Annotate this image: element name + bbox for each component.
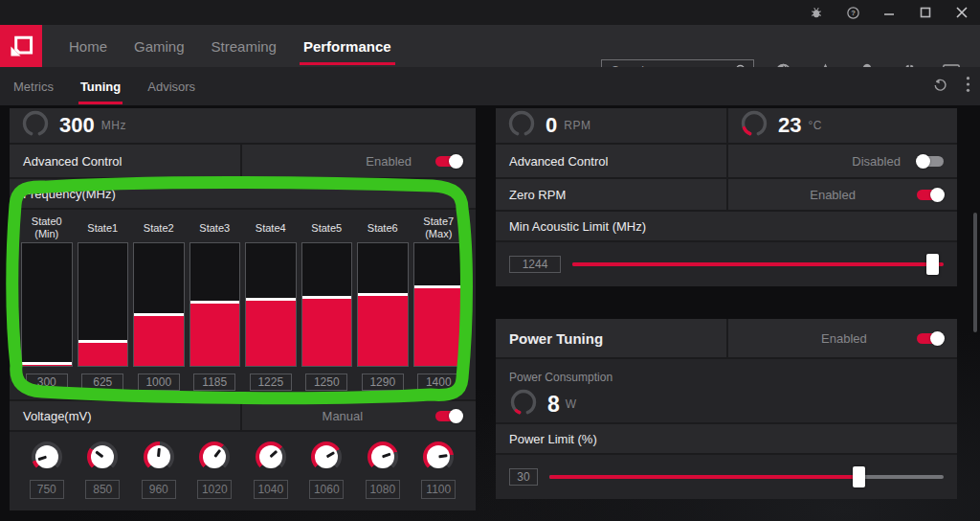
voltage-knob[interactable] bbox=[32, 442, 62, 472]
fan-advanced-control-toggle[interactable] bbox=[917, 156, 944, 167]
gpu-frequency-unit: MHz bbox=[101, 119, 126, 132]
main-navbar: Home Gaming Streaming Performance bbox=[0, 25, 980, 67]
frequency-title: Frequency(MHz) bbox=[10, 187, 116, 201]
frequency-state-value[interactable]: 1225 bbox=[250, 374, 292, 391]
power-tuning-card: Power Tuning Enabled Power Consumption 8… bbox=[496, 319, 957, 499]
voltage-knob[interactable] bbox=[423, 442, 454, 472]
power-limit-slider[interactable] bbox=[549, 475, 944, 479]
voltage-value[interactable]: 1080 bbox=[366, 480, 400, 499]
fan-advanced-control-row: Advanced Control Disabled bbox=[496, 145, 957, 179]
voltage-knob-group: 850 bbox=[78, 442, 129, 499]
reset-icon[interactable] bbox=[932, 77, 948, 97]
frequency-bar-handle[interactable] bbox=[78, 340, 128, 343]
voltage-value[interactable]: 850 bbox=[85, 480, 120, 499]
voltage-knob[interactable] bbox=[256, 442, 286, 472]
voltage-knob[interactable] bbox=[87, 442, 118, 472]
frequency-state-label: State2 bbox=[144, 214, 174, 242]
scrollbar-thumb[interactable] bbox=[973, 213, 977, 332]
frequency-state-bar[interactable] bbox=[133, 242, 185, 367]
bug-report-icon[interactable] bbox=[798, 0, 835, 25]
minimize-button[interactable] bbox=[871, 0, 907, 25]
power-limit-slider-row: 30 bbox=[496, 455, 957, 499]
voltage-value[interactable]: 1020 bbox=[197, 480, 232, 499]
power-consumption-unit: W bbox=[566, 397, 576, 411]
tab-gaming[interactable]: Gaming bbox=[121, 25, 198, 67]
frequency-state-column: State31185 bbox=[189, 214, 241, 391]
advanced-control-toggle[interactable] bbox=[435, 156, 462, 167]
zero-rpm-toggle[interactable] bbox=[917, 190, 944, 200]
frequency-state-value[interactable]: 625 bbox=[81, 374, 123, 391]
tab-performance[interactable]: Performance bbox=[290, 25, 405, 67]
frequency-state-bar[interactable] bbox=[21, 242, 73, 367]
tab-tuning[interactable]: Tuning bbox=[67, 67, 134, 105]
frequency-bar-handle[interactable] bbox=[302, 296, 352, 299]
gpu-advanced-control-row: Advanced Control Enabled bbox=[10, 145, 476, 179]
power-limit-slider-thumb[interactable] bbox=[853, 466, 865, 487]
voltage-knob[interactable] bbox=[144, 442, 174, 472]
voltage-knob-group: 1080 bbox=[357, 442, 409, 499]
frequency-state-label: State6 bbox=[368, 214, 398, 242]
frequency-bar-handle[interactable] bbox=[134, 313, 184, 316]
min-acoustic-slider[interactable] bbox=[572, 262, 944, 266]
frequency-state-value[interactable]: 1400 bbox=[417, 374, 459, 391]
zero-rpm-label: Zero RPM bbox=[496, 188, 566, 202]
gpu-tuning-card: 300 MHz Advanced Control Enabled Frequen… bbox=[10, 108, 476, 510]
more-options-icon[interactable] bbox=[966, 76, 970, 97]
maximize-button[interactable] bbox=[907, 0, 944, 25]
voltage-knob-group: 1100 bbox=[413, 442, 465, 499]
frequency-state-value[interactable]: 1000 bbox=[138, 374, 180, 391]
voltage-value[interactable]: 750 bbox=[30, 480, 64, 499]
power-consumption-label: Power Consumption bbox=[496, 359, 957, 386]
min-acoustic-value[interactable]: 1244 bbox=[509, 256, 561, 273]
frequency-state-value[interactable]: 1290 bbox=[362, 374, 404, 391]
frequency-state-column: State41225 bbox=[245, 214, 297, 391]
min-acoustic-slider-thumb[interactable] bbox=[926, 254, 939, 275]
power-limit-value[interactable]: 30 bbox=[509, 468, 538, 486]
frequency-bar-handle[interactable] bbox=[190, 301, 240, 304]
frequency-state-bar[interactable] bbox=[189, 242, 241, 367]
help-icon[interactable]: ? bbox=[835, 0, 871, 25]
frequency-state-bar[interactable] bbox=[357, 242, 409, 367]
frequency-state-bar[interactable] bbox=[301, 242, 353, 367]
frequency-state-column: State21000 bbox=[133, 214, 185, 391]
voltage-knob-group: 750 bbox=[21, 442, 73, 499]
tab-metrics[interactable]: Metrics bbox=[0, 67, 67, 105]
gpu-temp-value: 23 bbox=[778, 113, 801, 138]
close-button[interactable] bbox=[944, 0, 980, 25]
voltage-knob[interactable] bbox=[311, 442, 342, 472]
frequency-bar-handle[interactable] bbox=[414, 285, 464, 288]
amd-logo[interactable] bbox=[0, 25, 42, 67]
voltage-value[interactable]: 1060 bbox=[309, 480, 344, 499]
frequency-state-column: State61290 bbox=[357, 214, 409, 391]
tab-advisors[interactable]: Advisors bbox=[134, 67, 209, 105]
frequency-bar-handle[interactable] bbox=[358, 293, 408, 296]
tab-streaming[interactable]: Streaming bbox=[198, 25, 290, 67]
power-tuning-title: Power Tuning bbox=[496, 330, 603, 347]
frequency-state-bar[interactable] bbox=[245, 242, 297, 367]
voltage-value[interactable]: 1040 bbox=[254, 480, 288, 499]
frequency-bar-handle[interactable] bbox=[22, 362, 72, 365]
frequency-state-column: State0(Min)300 bbox=[21, 214, 73, 391]
frequency-state-value[interactable]: 1250 bbox=[305, 374, 347, 391]
gpu-temp-gauge-icon bbox=[740, 109, 768, 142]
frequency-bar-handle[interactable] bbox=[246, 298, 296, 301]
performance-subnav: Metrics Tuning Advisors bbox=[0, 67, 980, 105]
voltage-manual-toggle[interactable] bbox=[435, 411, 462, 421]
frequency-state-bars: State0(Min)300State1625State21000State31… bbox=[10, 210, 476, 401]
power-tuning-toggle[interactable] bbox=[917, 333, 944, 344]
voltage-value[interactable]: 960 bbox=[142, 480, 176, 499]
frequency-state-value[interactable]: 1185 bbox=[193, 374, 235, 391]
app-window: ? Home Gaming Streaming Performance bbox=[0, 0, 980, 521]
frequency-state-bar[interactable] bbox=[413, 242, 465, 367]
voltage-knob[interactable] bbox=[368, 442, 398, 472]
voltage-knob[interactable] bbox=[199, 442, 230, 472]
power-limit-header-row: Power Limit (%) bbox=[496, 424, 957, 455]
frequency-state-value[interactable]: 300 bbox=[26, 374, 68, 391]
voltage-header-row: Voltage(mV) Manual bbox=[10, 401, 476, 432]
voltage-value[interactable]: 1100 bbox=[421, 480, 456, 499]
power-tuning-state: Enabled bbox=[603, 331, 867, 346]
tab-home[interactable]: Home bbox=[56, 25, 121, 67]
frequency-state-bar[interactable] bbox=[78, 242, 129, 367]
power-consumption-block: Power Consumption 8 W bbox=[496, 359, 957, 424]
frequency-state-label: State3 bbox=[199, 214, 230, 242]
